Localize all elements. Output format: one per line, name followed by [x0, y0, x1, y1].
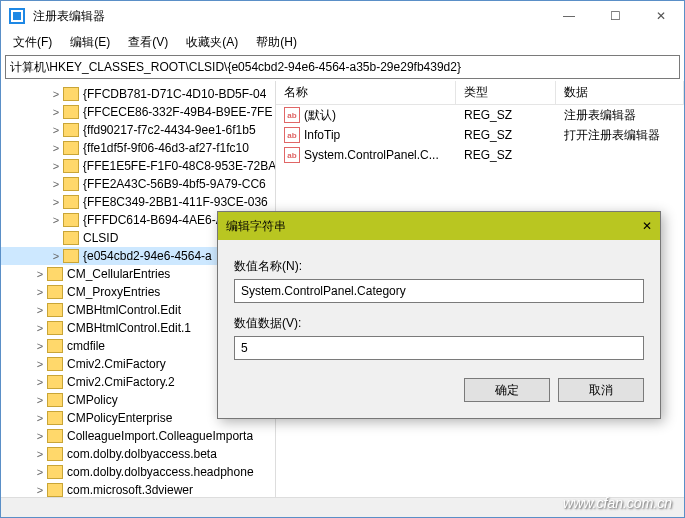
- folder-icon: [63, 231, 79, 245]
- string-value-icon: ab: [284, 107, 300, 123]
- tree-item-label: com.microsoft.3dviewer: [67, 483, 193, 497]
- col-name[interactable]: 名称: [276, 81, 456, 104]
- menu-edit[interactable]: 编辑(E): [62, 32, 118, 53]
- tree-item-label: {FFE8C349-2BB1-411F-93CE-036: [83, 195, 268, 209]
- folder-icon: [47, 375, 63, 389]
- value-name: InfoTip: [304, 128, 340, 142]
- expand-icon[interactable]: >: [49, 178, 63, 190]
- col-data[interactable]: 数据: [556, 81, 684, 104]
- tree-item-label: cmdfile: [67, 339, 105, 353]
- expand-icon[interactable]: >: [33, 286, 47, 298]
- list-row[interactable]: abSystem.ControlPanel.C...REG_SZ: [276, 145, 684, 165]
- menu-help[interactable]: 帮助(H): [248, 32, 305, 53]
- expand-icon[interactable]: >: [33, 430, 47, 442]
- expand-icon[interactable]: >: [49, 106, 63, 118]
- list-row[interactable]: abInfoTipREG_SZ打开注册表编辑器: [276, 125, 684, 145]
- tree-item[interactable]: >{ffe1df5f-9f06-46d3-af27-f1fc10: [1, 139, 275, 157]
- titlebar: 注册表编辑器 — ☐ ✕: [1, 1, 684, 31]
- value-name-input[interactable]: [234, 279, 644, 303]
- dialog-titlebar[interactable]: 编辑字符串 ✕: [218, 212, 660, 240]
- expand-icon[interactable]: >: [49, 250, 63, 262]
- tree-item[interactable]: >{FFE2A43C-56B9-4bf5-9A79-CC6: [1, 175, 275, 193]
- tree-item-label: {FFCDB781-D71C-4D10-BD5F-04: [83, 87, 266, 101]
- folder-icon: [47, 465, 63, 479]
- folder-icon: [63, 177, 79, 191]
- tree-item[interactable]: >{FFCECE86-332F-49B4-B9EE-7FE: [1, 103, 275, 121]
- expand-icon[interactable]: >: [33, 268, 47, 280]
- expand-icon[interactable]: >: [33, 340, 47, 352]
- dialog-buttons: 确定 取消: [234, 378, 644, 402]
- tree-item-label: {FFFDC614-B694-4AE6-A: [83, 213, 224, 227]
- folder-icon: [63, 123, 79, 137]
- value-type: REG_SZ: [456, 148, 556, 162]
- folder-icon: [63, 159, 79, 173]
- tree-item[interactable]: >{FFCDB781-D71C-4D10-BD5F-04: [1, 85, 275, 103]
- tree-item-label: {FFE1E5FE-F1F0-48C8-953E-72BA: [83, 159, 275, 173]
- address-bar[interactable]: 计算机\HKEY_CLASSES_ROOT\CLSID\{e054cbd2-94…: [5, 55, 680, 79]
- expand-icon[interactable]: >: [33, 448, 47, 460]
- tree-item-label: CM_CellularEntries: [67, 267, 170, 281]
- menu-file[interactable]: 文件(F): [5, 32, 60, 53]
- tree-item-label: CM_ProxyEntries: [67, 285, 160, 299]
- address-text: 计算机\HKEY_CLASSES_ROOT\CLSID\{e054cbd2-94…: [10, 59, 461, 76]
- tree-item-label: {FFE2A43C-56B9-4bf5-9A79-CC6: [83, 177, 266, 191]
- expand-icon[interactable]: >: [33, 484, 47, 496]
- tree-item-label: CMPolicy: [67, 393, 118, 407]
- list-row[interactable]: ab(默认)REG_SZ注册表编辑器: [276, 105, 684, 125]
- dialog-title-text: 编辑字符串: [226, 218, 286, 235]
- tree-item[interactable]: >com.dolby.dolbyaccess.headphone: [1, 463, 275, 481]
- folder-icon: [47, 447, 63, 461]
- minimize-button[interactable]: —: [546, 1, 592, 31]
- expand-icon[interactable]: >: [49, 196, 63, 208]
- tree-item-label: com.dolby.dolbyaccess.beta: [67, 447, 217, 461]
- folder-icon: [47, 429, 63, 443]
- folder-icon: [47, 303, 63, 317]
- cancel-button[interactable]: 取消: [558, 378, 644, 402]
- expand-icon[interactable]: >: [33, 322, 47, 334]
- tree-item[interactable]: >{FFE1E5FE-F1F0-48C8-953E-72BA: [1, 157, 275, 175]
- menu-favorites[interactable]: 收藏夹(A): [178, 32, 246, 53]
- tree-item[interactable]: >com.dolby.dolbyaccess.beta: [1, 445, 275, 463]
- col-type[interactable]: 类型: [456, 81, 556, 104]
- string-value-icon: ab: [284, 147, 300, 163]
- expand-icon[interactable]: >: [33, 412, 47, 424]
- tree-item[interactable]: >ColleagueImport.ColleagueImporta: [1, 427, 275, 445]
- window-buttons: — ☐ ✕: [546, 1, 684, 31]
- folder-icon: [63, 195, 79, 209]
- close-button[interactable]: ✕: [638, 1, 684, 31]
- value-name-label: 数值名称(N):: [234, 258, 644, 275]
- menu-view[interactable]: 查看(V): [120, 32, 176, 53]
- expand-icon[interactable]: >: [33, 358, 47, 370]
- folder-icon: [47, 339, 63, 353]
- value-data-input[interactable]: [234, 336, 644, 360]
- dialog-close-button[interactable]: ✕: [642, 219, 652, 233]
- tree-item-label: CMBHtmlControl.Edit.1: [67, 321, 191, 335]
- expand-icon[interactable]: >: [33, 304, 47, 316]
- tree-item-label: Cmiv2.CmiFactory: [67, 357, 166, 371]
- folder-icon: [47, 321, 63, 335]
- tree-item-label: Cmiv2.CmiFactory.2: [67, 375, 175, 389]
- maximize-button[interactable]: ☐: [592, 1, 638, 31]
- expand-icon[interactable]: >: [33, 376, 47, 388]
- tree-item[interactable]: >{FFE8C349-2BB1-411F-93CE-036: [1, 193, 275, 211]
- watermark: www.cfan.com.cn: [563, 495, 672, 511]
- expand-icon[interactable]: >: [49, 124, 63, 136]
- expand-icon[interactable]: >: [49, 214, 63, 226]
- expand-icon[interactable]: >: [33, 394, 47, 406]
- string-value-icon: ab: [284, 127, 300, 143]
- tree-item[interactable]: >{ffd90217-f7c2-4434-9ee1-6f1b5: [1, 121, 275, 139]
- value-data-label: 数值数据(V):: [234, 315, 644, 332]
- tree-item-label: {ffd90217-f7c2-4434-9ee1-6f1b5: [83, 123, 256, 137]
- expand-icon[interactable]: >: [33, 466, 47, 478]
- folder-icon: [47, 267, 63, 281]
- list-header: 名称 类型 数据: [276, 81, 684, 105]
- expand-icon[interactable]: >: [49, 88, 63, 100]
- expand-icon[interactable]: >: [49, 142, 63, 154]
- value-name: System.ControlPanel.C...: [304, 148, 439, 162]
- tree-item-label: {e054cbd2-94e6-4564-a: [83, 249, 212, 263]
- folder-icon: [47, 357, 63, 371]
- value-name: (默认): [304, 107, 336, 124]
- expand-icon[interactable]: >: [49, 160, 63, 172]
- ok-button[interactable]: 确定: [464, 378, 550, 402]
- folder-icon: [63, 87, 79, 101]
